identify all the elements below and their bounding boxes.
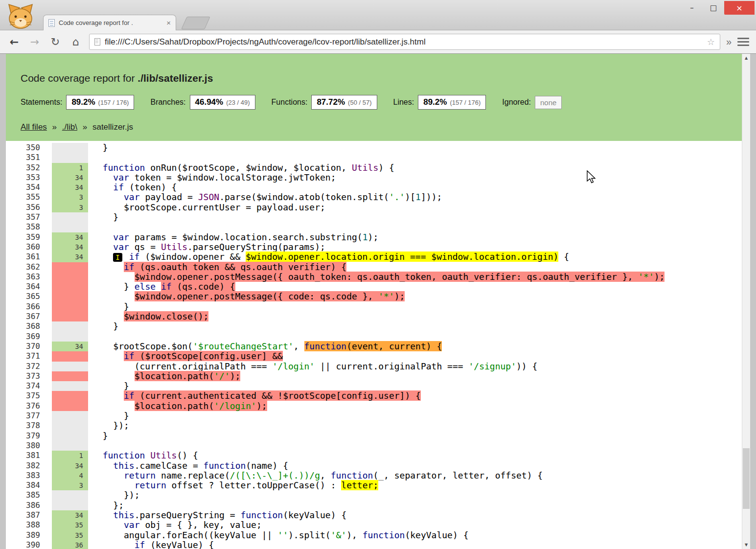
browser-tab[interactable]: Code coverage report for . × xyxy=(43,15,176,30)
metric-branches: Branches: 46.94% (23 / 49) xyxy=(150,95,255,110)
coverage-count-cell xyxy=(52,391,88,401)
code-text: this.camelCase = function(name) { xyxy=(88,461,288,471)
coverage-count-cell: 34 xyxy=(52,461,88,471)
code-text: } xyxy=(88,302,129,312)
coverage-count-cell xyxy=(52,262,88,272)
tab-close-icon[interactable]: × xyxy=(166,19,171,26)
report-header: Code coverage report for ./lib/satellize… xyxy=(6,54,742,141)
coverage-count-cell xyxy=(52,272,88,282)
breadcrumb-all-files-link[interactable]: All files xyxy=(21,122,47,132)
line-number: 375 xyxy=(6,391,47,401)
line-number: 379 xyxy=(6,431,47,441)
browser-toolbar: ← → ↻ ⌂ file:///C:/Users/Sahat/Dropbox/P… xyxy=(0,30,756,54)
breadcrumb-lib-link[interactable]: ./lib\ xyxy=(62,122,77,132)
line-number: 370 xyxy=(6,342,47,351)
coverage-count-cell xyxy=(52,421,88,431)
coverage-count-cell: 4 xyxy=(52,471,88,480)
code-line: 358 xyxy=(6,222,742,232)
code-text: } xyxy=(88,321,118,331)
code-text: $window.opener.postMessage({ oauth_token… xyxy=(88,272,664,282)
code-text xyxy=(88,332,92,342)
code-table: 350 }3513521 function onRun($rootScope, … xyxy=(6,141,742,549)
reload-button[interactable]: ↻ xyxy=(48,35,63,49)
coverage-count-cell xyxy=(52,212,88,222)
code-line: 365 $window.opener.postMessage({ code: q… xyxy=(6,292,742,301)
code-line: 3843 return offset ? letter.toUpperCase(… xyxy=(6,480,742,490)
code-line: 380 xyxy=(6,441,742,451)
code-line: 38935 angular.forEach((keyValue || '').s… xyxy=(6,530,742,540)
line-number: 369 xyxy=(6,332,47,342)
line-number: 378 xyxy=(6,421,47,431)
coverage-count-cell: 35 xyxy=(52,530,88,540)
code-text: (current.originalPath === '/login' || cu… xyxy=(88,362,537,371)
code-text xyxy=(88,441,92,451)
vertical-scrollbar[interactable]: ▲ ▼ xyxy=(742,54,750,549)
coverage-count-cell: 36 xyxy=(52,540,88,549)
metric-fraction: (50 / 57) xyxy=(348,99,371,106)
code-line: 39036 if (keyValue) { xyxy=(6,540,742,549)
metric-statements: Statements: 89.2% (157 / 176) xyxy=(21,95,134,110)
code-text: }); xyxy=(88,421,129,431)
forward-button[interactable]: → xyxy=(27,35,42,49)
window-titlebar[interactable]: Code coverage report for . × – □ × xyxy=(0,0,756,30)
code-line: 3811 function Utils() { xyxy=(6,451,742,460)
code-text xyxy=(88,153,92,162)
code-text: $window.close(); xyxy=(88,312,208,321)
code-text: return offset ? letter.toUpperCase() : l… xyxy=(88,480,378,490)
code-text: this.parseQueryString = function(keyValu… xyxy=(88,510,346,520)
minimize-button[interactable]: – xyxy=(681,1,703,15)
bookmark-star-icon[interactable]: ☆ xyxy=(707,37,715,47)
code-line: 362 if (qs.oauth_token && qs.oauth_verif… xyxy=(6,262,742,272)
code-line: 371 if ($rootScope[config.user] && xyxy=(6,351,742,361)
url-text[interactable]: file:///C:/Users/Sahat/Dropbox/Projects/… xyxy=(105,37,703,47)
coverage-count-cell xyxy=(52,222,88,232)
maximize-button[interactable]: □ xyxy=(703,1,724,15)
new-tab-button[interactable] xyxy=(181,17,210,29)
coverage-metrics: Statements: 89.2% (157 / 176) Branches: … xyxy=(21,95,727,110)
coverage-count-cell xyxy=(52,332,88,342)
line-number: 387 xyxy=(6,510,47,520)
browser-window: Code coverage report for . × – □ × ← → ↻… xyxy=(0,0,756,549)
code-line: 357 } xyxy=(6,212,742,222)
line-number: 373 xyxy=(6,371,47,381)
page-icon xyxy=(94,38,100,46)
code-line: 36134 I if ($window.opener && $window.op… xyxy=(6,252,742,262)
coverage-count-cell xyxy=(52,431,88,441)
code-text: } xyxy=(88,411,129,421)
code-line: 351 xyxy=(6,153,742,162)
coverage-count-cell xyxy=(52,362,88,371)
coverage-count-cell xyxy=(52,441,88,451)
home-button[interactable]: ⌂ xyxy=(69,35,83,49)
menu-hamburger-icon[interactable] xyxy=(737,38,749,46)
code-text: var params = $window.location.search.sub… xyxy=(88,232,378,242)
line-number: 381 xyxy=(6,451,47,460)
coverage-count-cell: 34 xyxy=(52,242,88,252)
address-bar[interactable]: file:///C:/Users/Sahat/Dropbox/Projects/… xyxy=(89,34,720,50)
line-number: 383 xyxy=(6,471,47,480)
metric-lines: Lines: 89.2% (157 / 176) xyxy=(393,95,486,110)
line-number: 374 xyxy=(6,381,47,391)
line-number: 365 xyxy=(6,292,47,301)
line-number: 360 xyxy=(6,242,47,252)
coverage-count-cell xyxy=(52,302,88,312)
scrollbar-thumb[interactable] xyxy=(743,448,750,509)
coverage-count-cell xyxy=(52,321,88,331)
code-line: 35934 var params = $window.location.sear… xyxy=(6,232,742,242)
line-number: 353 xyxy=(6,173,47,183)
code-line: 379 } xyxy=(6,431,742,441)
back-button[interactable]: ← xyxy=(7,35,22,49)
metric-fraction: (23 / 49) xyxy=(226,99,250,106)
code-text: var token = $window.localStorage.jwtToke… xyxy=(88,173,336,183)
close-button[interactable]: × xyxy=(724,1,755,15)
code-line: 38835 var obj = { }, key, value; xyxy=(6,520,742,530)
breadcrumb: All files » ./lib\ » satellizer.js xyxy=(21,122,727,132)
metric-percentage: 89.2% xyxy=(71,97,95,107)
code-line: 374 } xyxy=(6,381,742,391)
extensions-overflow-icon[interactable]: » xyxy=(726,36,732,47)
scroll-down-arrow-icon[interactable]: ▼ xyxy=(742,541,750,549)
scroll-up-arrow-icon[interactable]: ▲ xyxy=(742,54,750,62)
code-text: var payload = JSON.parse($window.atob(to… xyxy=(88,192,442,202)
metric-label: Ignored: xyxy=(502,98,531,107)
code-line: 376 $location.path('/login'); xyxy=(6,401,742,411)
coverage-count-cell xyxy=(52,381,88,391)
